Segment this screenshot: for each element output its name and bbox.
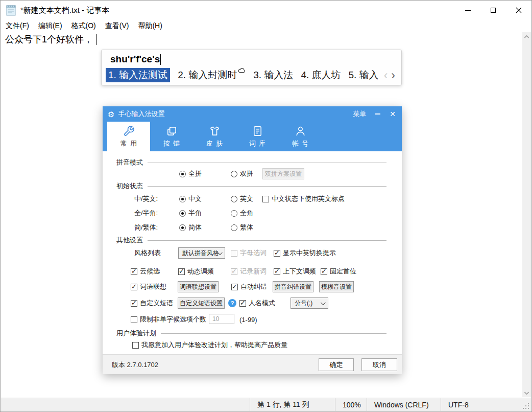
group-pinyin-mode: 拼音模式 xyxy=(116,158,386,167)
radio-half-width[interactable]: 半角 xyxy=(179,208,202,219)
menubar: 文件(F) 编辑(E) 格式(O) 查看(V) 帮助(H) xyxy=(1,20,531,32)
group-divider xyxy=(148,240,386,241)
dialog-title: 手心输入法设置 xyxy=(118,109,164,119)
wrench-icon xyxy=(123,125,135,137)
next-page-icon[interactable]: › xyxy=(391,70,395,81)
radio-icon xyxy=(179,224,186,231)
dictionary-icon xyxy=(252,125,263,137)
style-list-dropdown[interactable]: 默认拼音风格 xyxy=(178,247,225,259)
pinyin-correct-settings-button[interactable]: 拼音纠错设置 xyxy=(273,281,313,292)
menu-edit[interactable]: 编辑(E) xyxy=(34,20,67,32)
checkbox-autocorrect[interactable]: 自动纠错 xyxy=(231,281,267,292)
checkbox-fixed-first[interactable]: 固定首位 xyxy=(321,266,356,277)
radio-quanpin[interactable]: 全拼 xyxy=(179,168,202,179)
label-full-half: 全/半角: xyxy=(134,208,158,219)
group-divider xyxy=(148,163,386,163)
menu-help[interactable]: 帮助(H) xyxy=(133,20,166,32)
status-cursor-position: 第 1 行, 第 11 列 xyxy=(250,398,335,411)
word-association-settings-button[interactable]: 词语联想设置 xyxy=(178,281,219,292)
radio-icon xyxy=(231,171,237,177)
scroll-down-icon[interactable] xyxy=(522,388,531,397)
status-line-ending: Windows (CRLF) xyxy=(367,398,441,411)
maximize-icon xyxy=(491,8,496,13)
ok-button[interactable]: 确定 xyxy=(319,358,354,371)
radio-chinese[interactable]: 中文 xyxy=(179,193,202,204)
radio-icon xyxy=(179,210,186,217)
ime-candidate-window: shu'r'f'ce's 1. 输入法测试 2. 输入封测时 3. 输入法 4.… xyxy=(101,50,402,85)
checkbox-english-punct[interactable]: 中文状态下使用英文标点 xyxy=(262,193,345,204)
menu-file[interactable]: 文件(F) xyxy=(1,20,34,32)
name-separator-dropdown[interactable]: 分号(;) xyxy=(291,297,328,309)
checkbox-name-mode[interactable]: 人名模式 xyxy=(239,297,275,309)
ime-candidate-4[interactable]: 4. 庶人坊 xyxy=(301,68,341,82)
ime-candidate-3[interactable]: 3. 输入法 xyxy=(253,68,293,82)
group-ux-plan: 用户体验计划 xyxy=(116,329,386,337)
menu-format[interactable]: 格式(O) xyxy=(67,20,101,32)
checkbox-custom-phrase[interactable]: 自定义短语 xyxy=(131,297,173,309)
tab-account[interactable]: 帐号 xyxy=(279,122,322,151)
dialog-menu-button[interactable]: 菜单 xyxy=(353,109,366,119)
fuzzy-sound-settings-button[interactable]: 模糊音设置 xyxy=(319,281,354,292)
tab-lexicon-label: 词库 xyxy=(249,139,269,148)
ime-caret xyxy=(160,54,161,65)
ime-candidate-1[interactable]: 1. 输入法测试 xyxy=(106,68,170,82)
notepad-window: *新建文本文档.txt - 记事本 文件(F) 编辑(E) 格式(O) 查看(V… xyxy=(0,0,532,412)
custom-phrase-settings-button[interactable]: 自定义短语设置 xyxy=(178,297,225,309)
help-icon[interactable]: ? xyxy=(228,297,236,309)
maximize-button[interactable] xyxy=(480,1,506,20)
checkbox-switch-tip[interactable]: 显示中英切换提示 xyxy=(274,247,336,259)
checkbox-dynamic-freq[interactable]: 动态调频 xyxy=(178,266,214,277)
radio-shuangpin[interactable]: 双拼 xyxy=(231,168,253,179)
radio-full-width[interactable]: 全角 xyxy=(231,208,253,219)
window-title: *新建文本文档.txt - 记事本 xyxy=(20,6,109,15)
tab-lexicon[interactable]: 词库 xyxy=(236,122,279,151)
gear-icon: ⚙ xyxy=(108,110,114,118)
ime-candidate-2[interactable]: 2. 输入封测时 xyxy=(178,68,246,82)
checkbox-icon xyxy=(231,284,238,290)
checkbox-letter-select: 字母选词 xyxy=(231,247,267,259)
tab-account-label: 帐号 xyxy=(292,139,311,148)
checkbox-word-association[interactable]: 词语联想 xyxy=(131,281,166,292)
prev-page-icon[interactable]: ‹ xyxy=(384,70,388,81)
tab-general[interactable]: 常用 xyxy=(107,122,150,151)
tab-skin[interactable]: 皮肤 xyxy=(193,122,236,151)
checkbox-join-ux-plan[interactable]: 我愿意加入用户体验改进计划，帮助提高产品质量 xyxy=(132,339,287,351)
tab-skin-label: 皮肤 xyxy=(206,139,226,148)
status-zoom: 100% xyxy=(335,398,367,411)
dialog-minimize-icon[interactable] xyxy=(375,113,380,115)
ime-candidate-5[interactable]: 5. 输入 xyxy=(349,68,379,82)
tab-keys[interactable]: 按键 xyxy=(150,122,193,151)
resize-grip[interactable] xyxy=(523,403,529,409)
version-label: 版本 2.7.0.1702 xyxy=(112,355,158,375)
checkbox-icon xyxy=(231,250,237,257)
group-divider xyxy=(148,186,386,187)
checkbox-icon xyxy=(231,268,237,275)
checkbox-context-freq[interactable]: 上下文调频 xyxy=(274,266,316,277)
person-icon xyxy=(295,125,306,137)
status-encoding: UTF-8 xyxy=(441,398,532,411)
cancel-button[interactable]: 取消 xyxy=(361,358,397,371)
checkbox-icon xyxy=(131,316,137,323)
checkbox-icon xyxy=(131,284,137,290)
dialog-close-icon[interactable]: ✕ xyxy=(390,110,396,118)
vertical-scrollbar[interactable] xyxy=(522,32,531,397)
menu-view[interactable]: 查看(V) xyxy=(101,20,134,32)
radio-icon xyxy=(179,196,186,202)
checkbox-limit-candidates[interactable]: 限制非单字候选项个数 xyxy=(131,314,206,325)
close-icon xyxy=(516,7,522,13)
checkbox-icon xyxy=(131,300,137,307)
radio-icon xyxy=(231,210,237,217)
radio-simplified[interactable]: 简体 xyxy=(179,222,202,233)
minimize-button[interactable] xyxy=(455,1,480,20)
checkbox-cloud-candidate[interactable]: 云候选 xyxy=(131,266,160,277)
shuangpin-settings-button: 双拼方案设置 xyxy=(262,168,304,179)
dialog-body: 拼音模式 全拼 双拼 双拼方案设置 初始状态 中/英文: 中文 英文 中文状态下… xyxy=(103,151,402,354)
radio-traditional[interactable]: 繁体 xyxy=(231,222,253,233)
close-button[interactable] xyxy=(506,1,531,20)
limit-count-input[interactable]: 10 xyxy=(209,314,234,324)
checkbox-icon xyxy=(131,268,137,275)
radio-english[interactable]: 英文 xyxy=(231,193,253,204)
scroll-up-icon[interactable] xyxy=(522,32,531,41)
group-other-settings: 其他设置 xyxy=(116,236,386,244)
notepad-app-icon[interactable] xyxy=(5,4,16,16)
